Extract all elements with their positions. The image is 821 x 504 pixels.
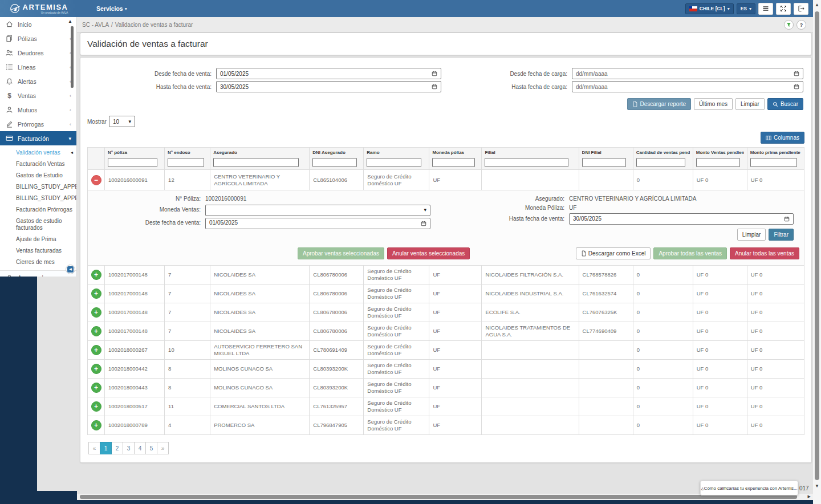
submenu-item-ajuste-de-prima[interactable]: Ajuste de Prima xyxy=(0,234,76,245)
expand-row-button[interactable]: + xyxy=(91,383,101,393)
expand-row-button[interactable]: + xyxy=(91,270,101,280)
sidebar-item-prorrogas[interactable]: Prórrogas‹ xyxy=(0,117,76,131)
fullscreen-button[interactable] xyxy=(776,3,791,15)
file-icon xyxy=(581,250,586,257)
void-all-button[interactable]: Anular todas las ventas xyxy=(730,247,799,259)
last-month-button[interactable]: Último mes xyxy=(694,98,733,110)
cell-policy-currency: UF xyxy=(429,284,482,303)
scroll-down-icon[interactable]: ▼ xyxy=(813,483,821,489)
column-header-endorsement-number: N° endoso xyxy=(165,148,210,170)
approve-all-button[interactable]: Aprobar todas las ventas xyxy=(653,247,727,259)
menu-button[interactable] xyxy=(758,3,773,15)
cell-policy-currency: UF xyxy=(429,170,482,190)
horizontal-scrollbar-thumb[interactable] xyxy=(80,495,797,499)
sidebar-item-ventas[interactable]: $Ventas‹ xyxy=(0,88,76,103)
columns-button[interactable]: Columnas xyxy=(761,132,804,144)
submenu-item-billing-study-appeal-c[interactable]: BILLING_STUDY_APPEAL_C xyxy=(0,181,76,193)
filter-insured-input[interactable] xyxy=(213,158,299,167)
sidebar-item-alertas[interactable]: Alertas‹ xyxy=(0,74,76,88)
filter-policy-number-input[interactable] xyxy=(108,158,157,167)
language-selector[interactable]: ES ▾ xyxy=(737,3,755,14)
expand-row-button[interactable]: + xyxy=(91,307,101,318)
submenu-item-gastos-de-estudio-facturados[interactable]: Gastos de estudio facturados xyxy=(0,216,76,234)
sidebar-item-polizas[interactable]: Pólizas‹ xyxy=(0,31,76,46)
help-button[interactable]: ? xyxy=(796,20,806,30)
cell-insured-dni: CL796847905 xyxy=(310,416,364,435)
breadcrumb-root[interactable]: SC - AVLA xyxy=(82,22,109,28)
cell-subsidiary-dni: CL774690409 xyxy=(579,322,633,341)
pagination-page-5[interactable]: 5 xyxy=(145,442,157,454)
filter-pending-sales-count-input[interactable] xyxy=(636,158,686,167)
chevron-down-icon: ▾ xyxy=(727,6,730,11)
collapse-row-button[interactable]: − xyxy=(91,175,101,185)
country-selector[interactable]: CHILE [CL] ▾ xyxy=(685,3,734,14)
filter-pending-sales-amount-input[interactable] xyxy=(696,158,740,167)
download-excel-button[interactable]: Descargar como Excel xyxy=(576,247,651,259)
feedback-toast[interactable]: 1/3 ¿Cómo calificarías tu experiencia co… xyxy=(700,481,798,495)
expand-row-button[interactable]: + xyxy=(91,420,101,430)
sidebar-item-mutuos[interactable]: Mutuos‹ xyxy=(0,103,76,117)
submenu-item-ventas-facturadas[interactable]: Ventas facturadas xyxy=(0,245,76,257)
sidebar-collapse-button[interactable]: ◀ xyxy=(66,265,75,274)
scroll-right-icon[interactable]: ▶ xyxy=(808,494,811,499)
submenu-item-billing-study-appeal-c[interactable]: BILLING_STUDY_APPEAL_C xyxy=(0,193,76,204)
panel-clear-button[interactable]: Limpiar xyxy=(737,229,766,241)
panel-sale-to-date-input[interactable]: 30/05/2025 xyxy=(569,213,794,225)
void-selected-button[interactable]: Anular ventas seleccionadas xyxy=(387,247,470,259)
filter-insured-dni-input[interactable] xyxy=(312,158,356,167)
filter-branch-input[interactable] xyxy=(367,158,421,167)
cell-insured-dni: CL865104006 xyxy=(310,170,364,190)
brand[interactable]: ARTEMISA Un producto de AVLA xyxy=(0,0,77,17)
filter-subsidiary-dni-input[interactable] xyxy=(582,158,626,167)
sidebar-scrollbar-thumb[interactable] xyxy=(71,26,74,88)
pagination-page-4[interactable]: 4 xyxy=(134,442,146,454)
filter-pending-premium-amount-input[interactable] xyxy=(750,158,797,167)
vertical-scrollbar[interactable]: ▲ ▼ xyxy=(813,0,821,504)
panel-sale-from-date-input[interactable]: 01/05/2025 xyxy=(205,218,430,229)
filter-endorsement-number-input[interactable] xyxy=(168,158,204,167)
sidebar-item-lineas[interactable]: Líneas‹ xyxy=(0,60,76,74)
filter-shortcut-button[interactable] xyxy=(784,20,794,30)
download-report-button[interactable]: Descargar reporte xyxy=(627,98,691,110)
filter-subsidiary-input[interactable] xyxy=(485,158,568,167)
expand-row-button[interactable]: + xyxy=(91,345,101,355)
search-button[interactable]: Buscar xyxy=(767,98,803,110)
sidebar-item-asegurado[interactable]: Asegurado▾ xyxy=(0,270,76,277)
filter-policy-currency-input[interactable] xyxy=(432,158,475,167)
expand-row-button[interactable]: + xyxy=(91,401,101,412)
mutuals-icon xyxy=(6,106,14,113)
pagination-next-button[interactable]: » xyxy=(157,442,169,454)
cell-subsidiary-dni xyxy=(579,379,633,397)
submenu-item-validacion-ventas[interactable]: Validación ventas◂ xyxy=(0,147,76,158)
page-size-select[interactable]: 10 ▾ xyxy=(109,116,135,127)
expand-row-button[interactable]: + xyxy=(91,364,101,374)
load-to-date-input[interactable]: dd/mm/aaaa xyxy=(572,81,803,92)
approve-selected-button[interactable]: Aprobar ventas seleccionadas xyxy=(298,247,384,259)
pagination-prev-button[interactable]: « xyxy=(88,442,100,454)
expand-row-button[interactable]: + xyxy=(91,326,101,336)
chevron-down-icon: ▾ xyxy=(424,207,426,213)
cell-policy-number: 1002018000789 xyxy=(105,416,165,435)
expand-row-button[interactable]: + xyxy=(91,288,101,299)
sidebar-item-facturacion[interactable]: Facturación▾ xyxy=(0,131,76,145)
sale-from-date-input[interactable]: 01/05/2025 xyxy=(216,68,441,79)
clear-button[interactable]: Limpiar xyxy=(735,98,765,110)
sales-currency-select[interactable]: ▾ xyxy=(205,205,430,216)
logout-button[interactable] xyxy=(794,3,808,15)
sidebar-scroll-up-icon[interactable]: ▲ xyxy=(68,19,72,24)
services-menu[interactable]: Servicios ▾ xyxy=(96,5,127,12)
submenu-item-gastos-de-estudio[interactable]: Gastos de Estudio xyxy=(0,170,76,181)
vertical-scrollbar-thumb[interactable] xyxy=(815,11,819,480)
submenu-item-cierres-de-mes[interactable]: Cierres de mes xyxy=(0,257,76,268)
panel-filter-button[interactable]: Filtrar xyxy=(769,229,794,241)
pagination-page-3[interactable]: 3 xyxy=(123,442,135,454)
pagination-page-2[interactable]: 2 xyxy=(111,442,123,454)
sidebar-item-deudores[interactable]: Deudores‹ xyxy=(0,46,76,60)
sidebar-item-inicio[interactable]: Inicio xyxy=(0,17,76,31)
submenu-item-facturacion-prorrogas[interactable]: Facturación Prórrogas xyxy=(0,204,76,216)
scroll-up-icon[interactable]: ▲ xyxy=(813,2,821,7)
sale-to-date-input[interactable]: 30/05/2025 xyxy=(216,81,441,92)
pagination-page-1[interactable]: 1 xyxy=(100,442,112,454)
submenu-item-facturacion-ventas[interactable]: Facturación Ventas xyxy=(0,158,76,170)
load-from-date-input[interactable]: dd/mm/aaaa xyxy=(572,68,803,79)
